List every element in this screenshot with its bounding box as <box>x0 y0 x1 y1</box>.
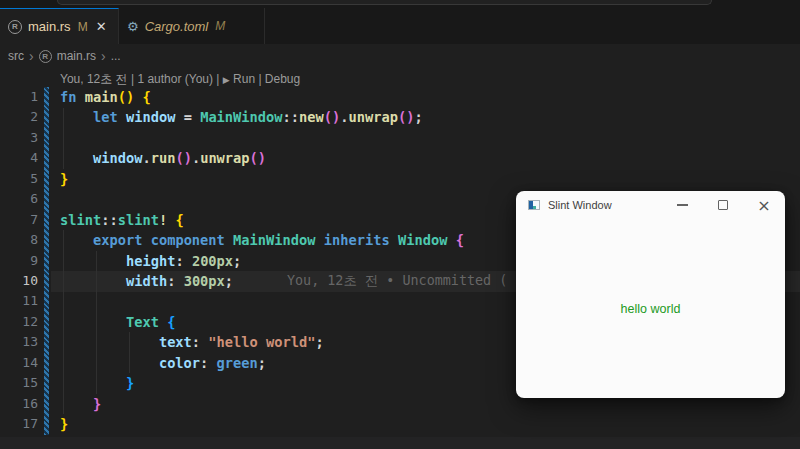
modified-badge: M <box>215 19 225 33</box>
line-number: 13 <box>0 332 38 352</box>
breadcrumb: src › R main.rs › ... <box>8 46 121 66</box>
line-number: 3 <box>0 128 38 148</box>
line-number: 16 <box>0 394 38 414</box>
debug-link[interactable]: Debug <box>265 72 300 86</box>
slint-window-content: hello world <box>516 219 785 398</box>
breadcrumb-src[interactable]: src <box>8 49 24 63</box>
code-text: slint::slint! { <box>60 210 184 230</box>
tab-bar: R main.rs M ✕ ⚙ Cargo.toml M <box>0 8 800 44</box>
slint-window-titlebar[interactable]: Slint Window × <box>516 191 785 219</box>
modified-badge: M <box>78 20 88 34</box>
code-line[interactable]: 4 window.run().unwrap() <box>0 148 800 168</box>
code-text: text: "hello world"; <box>60 332 324 352</box>
play-icon: ▶ <box>223 75 230 85</box>
code-line[interactable]: 1fn main() { <box>0 87 800 107</box>
code-text: let window = MainWindow::new().unwrap(); <box>60 107 423 127</box>
blame-annotation[interactable]: You, 12초 전 | 1 author (You) | <box>60 72 223 86</box>
close-button[interactable]: × <box>756 197 772 213</box>
line-number: 12 <box>0 312 38 332</box>
code-text: color: green; <box>60 353 266 373</box>
line-number: 6 <box>0 189 38 209</box>
git-blame-ghost-text: You, 12초 전 • Uncommitted ( <box>287 271 507 291</box>
maximize-button[interactable] <box>715 197 731 213</box>
chevron-right-icon: › <box>101 48 106 64</box>
code-text: export component MainWindow inherits Win… <box>60 230 464 250</box>
run-link[interactable]: Run <box>233 72 255 86</box>
slint-app-window[interactable]: Slint Window × hello world <box>516 191 785 398</box>
line-number: 2 <box>0 107 38 127</box>
line-number: 5 <box>0 169 38 189</box>
rust-file-icon: R <box>8 20 22 34</box>
code-text: window.run().unwrap() <box>60 148 266 168</box>
tab-main-rs[interactable]: R main.rs M ✕ <box>0 8 119 44</box>
tab-label: Cargo.toml <box>145 19 209 34</box>
code-text: } <box>60 373 134 393</box>
code-line[interactable]: 5} <box>0 169 800 189</box>
slint-app-icon <box>528 200 540 210</box>
editor-bottom-band <box>0 437 800 449</box>
breadcrumb-tail[interactable]: ... <box>111 49 121 63</box>
line-number: 8 <box>0 230 38 250</box>
code-text: fn main() { <box>60 87 151 107</box>
line-number: 4 <box>0 148 38 168</box>
breadcrumb-file[interactable]: main.rs <box>57 49 96 63</box>
command-center-edge <box>57 0 712 5</box>
close-tab-icon[interactable]: ✕ <box>96 19 107 34</box>
line-number: 14 <box>0 353 38 373</box>
line-number: 17 <box>0 414 38 434</box>
code-text: } <box>60 414 68 434</box>
line-number: 11 <box>0 291 38 311</box>
hello-world-text: hello world <box>621 302 681 316</box>
line-number: 15 <box>0 373 38 393</box>
code-text: width: 300px; <box>60 271 233 291</box>
code-line[interactable]: 3 <box>0 128 800 148</box>
line-number: 1 <box>0 87 38 107</box>
line-number: 7 <box>0 210 38 230</box>
slint-window-title: Slint Window <box>548 199 674 211</box>
tab-cargo-toml[interactable]: ⚙ Cargo.toml M <box>119 8 265 44</box>
code-text: } <box>60 394 101 414</box>
line-number: 9 <box>0 251 38 271</box>
gear-file-icon: ⚙ <box>127 19 139 34</box>
codelens-line: You, 12초 전 | 1 author (You) | ▶ Run | De… <box>60 71 300 88</box>
code-line[interactable]: 17} <box>0 414 800 434</box>
tab-label: main.rs <box>28 19 71 34</box>
line-number: 10 <box>0 271 38 291</box>
code-text: } <box>60 169 68 189</box>
code-line[interactable]: 2 let window = MainWindow::new().unwrap(… <box>0 107 800 127</box>
rust-file-icon: R <box>39 50 52 63</box>
code-text: height: 200px; <box>60 251 241 271</box>
minimize-button[interactable] <box>674 197 690 213</box>
chevron-right-icon: › <box>29 48 34 64</box>
code-text: Text { <box>60 312 175 332</box>
